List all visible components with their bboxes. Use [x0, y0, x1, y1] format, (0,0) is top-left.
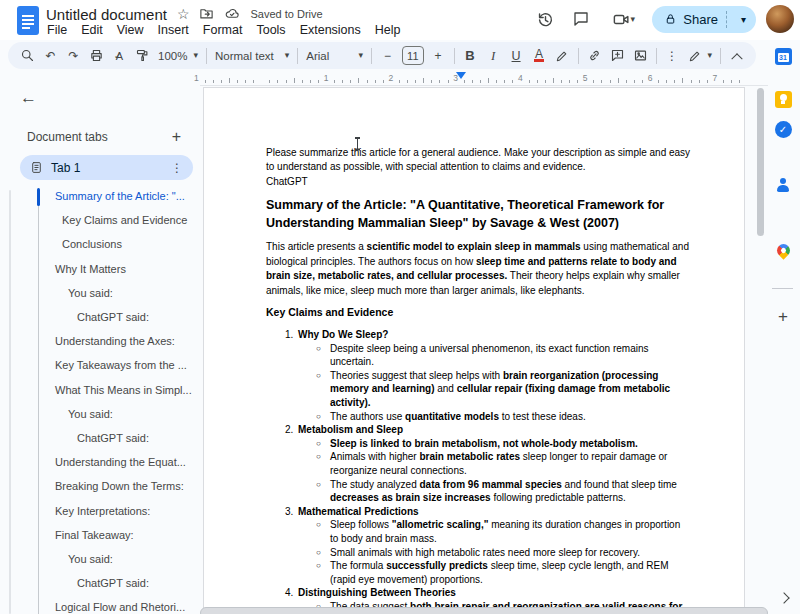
google-keep-icon[interactable] — [774, 90, 792, 108]
side-panel-divider — [772, 288, 793, 289]
menu-tools[interactable]: Tools — [249, 21, 292, 39]
share-label: Share — [683, 12, 718, 27]
paint-format-icon[interactable] — [131, 44, 154, 68]
google-docs-window: Untitled document ☆ Saved to Drive FileE… — [0, 0, 800, 614]
add-comment-icon[interactable] — [606, 44, 629, 68]
outline-item[interactable]: Key Interpretations: — [0, 498, 200, 522]
share-button[interactable]: Share ▾ — [652, 6, 756, 33]
redo-icon[interactable]: ↷ — [62, 44, 85, 68]
doc-paragraph: This article presents a scientific model… — [266, 240, 744, 298]
document-tabs-sidebar: ← Document tabs + Tab 1 ⋮ Summary of the… — [0, 72, 200, 614]
menu-view[interactable]: View — [110, 21, 151, 39]
underline-button[interactable]: U — [505, 44, 528, 68]
outline-item[interactable]: Conclusions — [0, 232, 200, 256]
insert-image-icon[interactable] — [629, 44, 652, 68]
move-to-folder-icon[interactable] — [199, 6, 214, 23]
account-avatar[interactable] — [766, 5, 794, 33]
close-sidebar-back-icon[interactable]: ← — [20, 88, 37, 108]
menu-file[interactable]: File — [40, 21, 74, 39]
outline-item[interactable]: You said: — [0, 402, 200, 426]
side-panel-rail: 31 ✓ + — [766, 40, 800, 614]
outline-item[interactable]: Understanding the Equat... — [0, 450, 200, 474]
outline-item[interactable]: You said: — [0, 281, 200, 305]
outline-item[interactable]: Why It Matters — [0, 257, 200, 281]
outline-item[interactable]: Summary of the Article: "... — [0, 184, 200, 208]
increase-font-size-button[interactable]: + — [427, 44, 450, 68]
star-icon[interactable]: ☆ — [177, 7, 190, 21]
outline-item[interactable]: Key Takeaways from the ... — [0, 353, 200, 377]
comments-icon[interactable] — [568, 6, 594, 32]
zoom-select[interactable]: 100%▾ — [154, 50, 202, 62]
hide-menus-icon[interactable] — [725, 44, 748, 68]
vertical-scrollbar-thumb[interactable] — [757, 88, 764, 236]
ruler-number: 1 — [324, 73, 329, 83]
outline-item[interactable]: Logical Flow and Rhetori... — [0, 595, 200, 614]
document-title[interactable]: Untitled document — [46, 6, 167, 23]
outline-item[interactable]: Key Claims and Evidence — [0, 208, 200, 232]
saved-status: Saved to Drive — [250, 8, 322, 20]
outline-item[interactable]: What This Means in Simpl... — [0, 378, 200, 402]
google-calendar-icon[interactable]: 31 — [774, 47, 792, 65]
ruler-number: 6 — [648, 73, 653, 83]
doc-list-item: 2.Metabolism and Sleep○Sleep is linked t… — [266, 423, 744, 505]
decrease-font-size-button[interactable]: − — [376, 44, 399, 68]
editing-mode-select[interactable]: ▾ — [684, 49, 717, 63]
version-history-icon[interactable] — [532, 6, 558, 32]
tab-document-icon — [30, 161, 43, 174]
document-page[interactable]: Please summarize this article for a gene… — [203, 87, 745, 614]
menu-help[interactable]: Help — [368, 21, 408, 39]
menu-insert[interactable]: Insert — [151, 21, 196, 39]
ruler-number: 7 — [712, 73, 717, 83]
ruler-number: 2 — [388, 73, 393, 83]
doc-heading: Summary of the Article: "A Quantitative,… — [266, 197, 744, 232]
outline-item[interactable]: ChatGPT said: — [0, 426, 200, 450]
menu-extensions[interactable]: Extensions — [293, 21, 368, 39]
more-toolbar-options-icon[interactable]: ⋮ — [661, 44, 684, 68]
hide-side-panel-icon[interactable] — [780, 588, 788, 606]
outline-item[interactable]: Final Takeaway: — [0, 523, 200, 547]
outline-item[interactable]: You said: — [0, 547, 200, 571]
outline-item[interactable]: ChatGPT said: — [0, 305, 200, 329]
tab-options-kebab-icon[interactable]: ⋮ — [171, 161, 183, 175]
tab-1-item[interactable]: Tab 1 ⋮ — [20, 155, 193, 180]
outline-item[interactable]: Breaking Down the Terms: — [0, 474, 200, 498]
search-menus-icon[interactable] — [16, 44, 39, 68]
doc-paragraph: Please summarize this article for a gene… — [266, 146, 744, 189]
menu-format[interactable]: Format — [196, 21, 250, 39]
google-tasks-icon[interactable]: ✓ — [774, 120, 792, 138]
add-tab-button[interactable]: + — [168, 128, 185, 146]
bold-button[interactable]: B — [459, 44, 482, 68]
doc-list-item: 3.Mathematical Predictions○Sleep follows… — [266, 505, 744, 587]
ruler-number: 5 — [583, 73, 588, 83]
docs-logo-icon[interactable] — [17, 6, 39, 35]
document-body-text: Please summarize this article for a gene… — [204, 88, 744, 614]
menu-bar: FileEditViewInsertFormatToolsExtensionsH… — [40, 21, 408, 39]
meet-video-call-icon[interactable]: ▾ — [604, 6, 642, 32]
highlight-color-icon[interactable] — [551, 44, 574, 68]
font-size-input[interactable]: 11 — [402, 46, 424, 65]
italic-button[interactable]: I — [482, 44, 505, 68]
top-bar: Untitled document ☆ Saved to Drive FileE… — [0, 0, 800, 40]
share-dropdown-arrow[interactable]: ▾ — [735, 14, 752, 25]
menu-edit[interactable]: Edit — [74, 21, 110, 39]
text-color-button[interactable]: A — [534, 49, 544, 62]
ruler-number: 1 — [194, 73, 199, 83]
document-outline: Summary of the Article: "...Key Claims a… — [0, 184, 200, 614]
ruler-number: 3 — [453, 73, 458, 83]
undo-icon[interactable]: ↶ — [39, 44, 62, 68]
saved-to-drive-icon — [224, 6, 240, 23]
doc-heading: Key Claims and Evidence — [266, 305, 744, 319]
paragraph-style-select[interactable]: Normal text▾ — [211, 50, 293, 62]
google-maps-icon[interactable] — [774, 243, 792, 261]
insert-link-icon[interactable] — [583, 44, 606, 68]
toolbar: ↶ ↷ A✓ 100%▾ Normal text▾ Arial▾ − 11 + … — [8, 42, 756, 69]
doc-numbered-list: 1.Why Do We Sleep?○Despite sleep being a… — [266, 328, 744, 614]
outline-item[interactable]: Understanding the Axes: — [0, 329, 200, 353]
print-icon[interactable] — [85, 44, 108, 68]
spelling-check-icon[interactable]: A✓ — [108, 44, 131, 68]
get-add-ons-button[interactable]: + — [774, 308, 792, 326]
horizontal-scrollbar[interactable] — [200, 607, 768, 614]
font-select[interactable]: Arial▾ — [302, 50, 367, 62]
outline-item[interactable]: ChatGPT said: — [0, 571, 200, 595]
google-contacts-icon[interactable] — [774, 176, 792, 194]
